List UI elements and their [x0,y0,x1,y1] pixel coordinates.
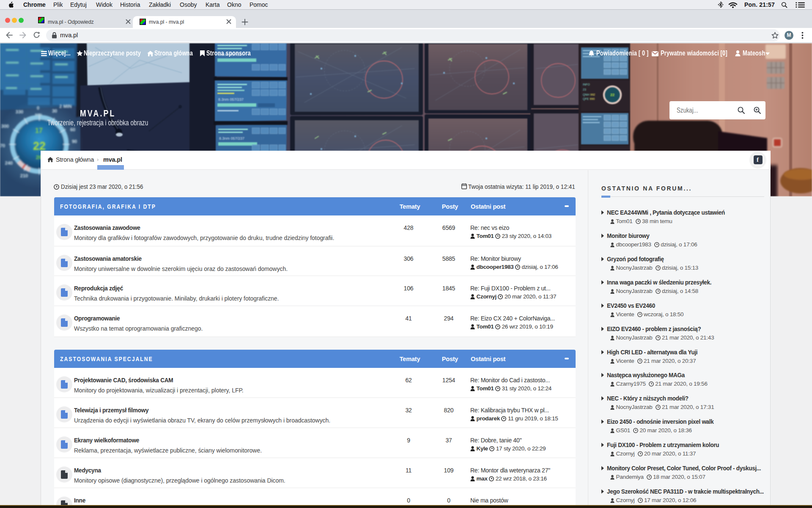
svg-text:INFO: INFO [583,83,590,86]
svg-text:17: 17 [35,127,43,134]
svg-text:70: 70 [0,143,5,148]
svg-text:0: 0 [37,105,39,110]
svg-text:2 MIN: 2 MIN [59,104,71,109]
svg-text:300: 300 [1,124,9,129]
svg-text:8.3nm 057/237: 8.3nm 057/237 [218,97,244,102]
svg-text:330: 330 [16,109,23,114]
svg-text:QNH 992: QNH 992 [583,93,595,97]
svg-text:240: 240 [5,160,13,166]
svg-text:30: 30 [52,108,57,113]
svg-text:60: 60 [70,127,75,132]
svg-text:90: 90 [72,139,77,144]
svg-text:210: 210 [20,173,28,178]
svg-text:QFE 990: QFE 990 [583,97,595,101]
svg-text:8.3nm 057/237: 8.3nm 057/237 [219,136,244,141]
svg-text:23: 23 [583,88,586,91]
svg-text:22: 22 [610,93,614,97]
svg-text:MIN: MIN [35,113,42,117]
